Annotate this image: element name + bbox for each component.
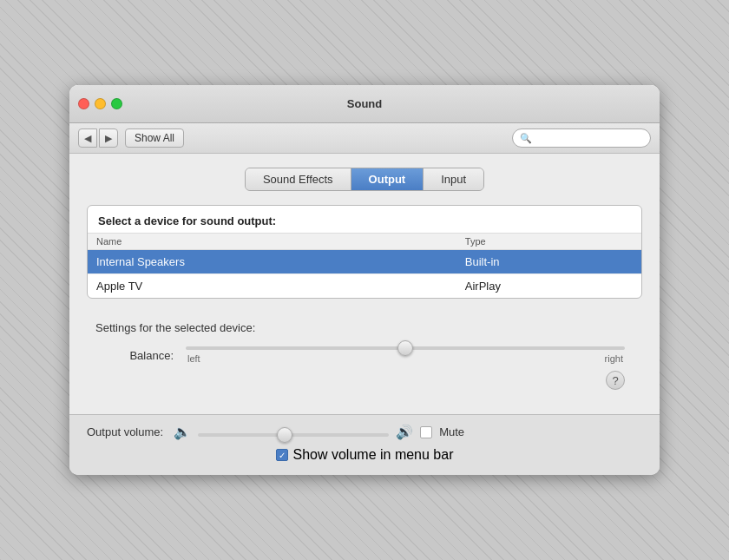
device-name: Apple TV <box>88 274 456 299</box>
balance-label: Balance: <box>104 349 174 362</box>
forward-button[interactable]: ▶ <box>99 128 118 148</box>
help-button-row: ? <box>87 367 642 397</box>
toolbar: ◀ ▶ Show All 🔍 <box>69 123 660 154</box>
volume-row: Output volume: 🔈 🔊 Mute <box>87 424 642 440</box>
window-title: Sound <box>347 97 382 110</box>
maximize-button[interactable] <box>111 98 122 109</box>
device-table: Name Type Internal Speakers Built-in App… <box>88 233 641 298</box>
device-panel: Select a device for sound output: Name T… <box>87 205 642 299</box>
device-type: AirPlay <box>456 274 641 299</box>
tab-output[interactable]: Output <box>351 168 424 190</box>
mute-label: Mute <box>439 425 464 438</box>
table-row[interactable]: Apple TV AirPlay <box>88 274 641 299</box>
search-icon: 🔍 <box>520 133 532 144</box>
balance-right-label: right <box>605 353 623 364</box>
sound-preferences-window: Sound ◀ ▶ Show All 🔍 Sound Effects <box>69 85 660 475</box>
volume-low-icon: 🔈 <box>174 424 191 440</box>
titlebar: Sound <box>69 85 660 123</box>
volume-slider[interactable] <box>198 433 389 437</box>
back-button[interactable]: ◀ <box>78 128 97 148</box>
show-all-button[interactable]: Show All <box>125 128 184 148</box>
tabs-row: Sound Effects Output Input <box>87 168 642 191</box>
device-type: Built-in <box>456 250 641 274</box>
nav-buttons: ◀ ▶ <box>78 128 118 148</box>
balance-slider[interactable] <box>186 346 625 350</box>
balance-row: Balance: left right <box>87 346 642 364</box>
balance-slider-container: left right <box>186 346 625 364</box>
help-button[interactable]: ? <box>606 371 625 390</box>
traffic-lights <box>78 98 122 109</box>
column-header-type: Type <box>456 234 641 250</box>
search-box: 🔍 <box>512 128 651 148</box>
mute-checkbox[interactable] <box>420 426 432 438</box>
balance-left-label: left <box>187 353 200 364</box>
show-volume-label: Show volume in menu bar <box>293 447 454 463</box>
tab-sound-effects[interactable]: Sound Effects <box>246 168 351 190</box>
settings-section: Settings for the selected device: Balanc… <box>87 313 642 397</box>
show-volume-row: ✓ Show volume in menu bar <box>87 447 642 463</box>
settings-title: Settings for the selected device: <box>87 321 642 334</box>
show-volume-checkbox[interactable]: ✓ <box>276 449 288 461</box>
main-content: Sound Effects Output Input Select a devi… <box>69 154 660 414</box>
tabs-container: Sound Effects Output Input <box>245 168 484 191</box>
volume-label: Output volume: <box>87 425 163 438</box>
search-input[interactable] <box>535 132 643 144</box>
device-section-title: Select a device for sound output: <box>88 206 641 233</box>
minimize-button[interactable] <box>95 98 106 109</box>
volume-high-icon: 🔊 <box>396 424 413 440</box>
bottom-bar: Output volume: 🔈 🔊 Mute ✓ Show volume in… <box>69 414 660 475</box>
tab-input[interactable]: Input <box>424 168 483 190</box>
close-button[interactable] <box>78 98 89 109</box>
device-name: Internal Speakers <box>88 250 456 274</box>
balance-labels: left right <box>186 353 625 364</box>
column-header-name: Name <box>88 234 456 250</box>
table-row[interactable]: Internal Speakers Built-in <box>88 250 641 274</box>
volume-slider-wrapper <box>198 425 389 440</box>
